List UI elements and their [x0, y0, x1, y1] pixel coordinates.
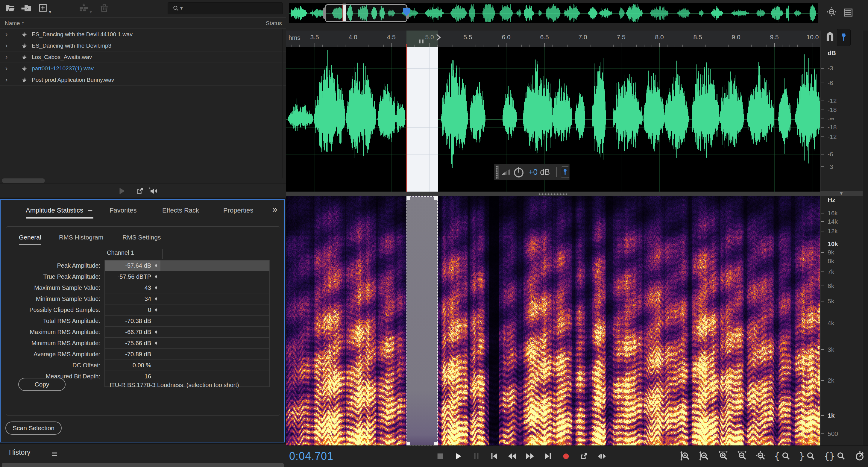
- stat-value-cell[interactable]: -34: [104, 293, 270, 305]
- scale-splitter[interactable]: ▼: [820, 191, 863, 196]
- column-name[interactable]: Name ↑: [5, 20, 24, 27]
- tab-properties[interactable]: Properties: [223, 207, 253, 214]
- volume-knob-icon[interactable]: [513, 166, 525, 178]
- vertical-zoom-scrollbar[interactable]: [863, 31, 868, 445]
- scan-selection-button[interactable]: Scan Selection: [5, 422, 62, 435]
- play-icon[interactable]: [117, 187, 126, 195]
- subtab-rms-settings[interactable]: RMS Settings: [122, 234, 161, 241]
- stat-value-cell[interactable]: 43: [104, 282, 270, 293]
- expander-chevron-icon[interactable]: ›: [5, 31, 12, 38]
- expander-chevron-icon[interactable]: ›: [5, 53, 12, 61]
- new-item-icon[interactable]: ▾: [38, 3, 52, 13]
- stat-value-cell[interactable]: -57.64 dB: [104, 260, 270, 271]
- subtab-rms-histogram[interactable]: RMS Histogram: [59, 234, 103, 241]
- tab-amplitude-statistics[interactable]: Amplitude Statistics: [26, 207, 93, 214]
- pin-drop-icon[interactable]: [154, 341, 159, 346]
- files-horizontal-scrollbar[interactable]: [2, 179, 45, 183]
- zoom-out-horizontal-icon[interactable]: [737, 450, 747, 461]
- spectrogram-selection[interactable]: [406, 196, 438, 445]
- expander-chevron-icon[interactable]: ›: [5, 65, 12, 72]
- chevron-down-icon: ▾: [90, 10, 92, 13]
- subtab-general[interactable]: General: [19, 234, 41, 241]
- record-icon[interactable]: [561, 452, 570, 461]
- volume-hud[interactable]: +0 dB: [494, 164, 569, 180]
- files-list-header[interactable]: Name ↑ Status: [0, 18, 286, 29]
- pin-drop-icon[interactable]: [154, 307, 159, 313]
- hamburger-menu-icon[interactable]: [51, 450, 58, 459]
- tab-overflow-chevrons[interactable]: »: [272, 204, 277, 214]
- tab-effects-rack[interactable]: Effects Rack: [162, 207, 199, 214]
- zoom-selection-icon[interactable]: {}: [824, 450, 846, 461]
- copy-button[interactable]: Copy: [18, 378, 66, 391]
- loop-playback-icon[interactable]: [580, 452, 588, 461]
- hud-drag-handle-icon[interactable]: [496, 165, 499, 179]
- overview-strip[interactable]: [289, 3, 818, 23]
- file-row[interactable]: ›ES_Dancing with the Devil 44100 1.wav: [0, 29, 286, 40]
- waveform-selection[interactable]: [406, 47, 438, 192]
- pause-icon[interactable]: [472, 452, 481, 461]
- history-entry-partial[interactable]: [2, 463, 284, 467]
- file-row[interactable]: ›ES_Dancing with the Devil.mp3: [0, 40, 286, 52]
- fast-forward-icon[interactable]: [526, 452, 534, 461]
- selection-handle[interactable]: [406, 196, 410, 200]
- pin-drop-icon[interactable]: [154, 297, 159, 302]
- search-input[interactable]: ▾: [167, 2, 283, 14]
- column-status[interactable]: Status: [266, 20, 282, 27]
- ruler-tick-label: 9.5: [770, 34, 778, 41]
- skip-selection-icon[interactable]: [597, 452, 607, 461]
- open-folder-icon[interactable]: [5, 3, 16, 13]
- pin-drop-icon[interactable]: [154, 285, 159, 290]
- stat-value-cell[interactable]: 0.00 %: [104, 360, 270, 371]
- file-row[interactable]: ›Los_Cabos_Awaits.wav: [0, 52, 286, 63]
- files-vertical-scrollbar[interactable]: [282, 29, 283, 179]
- spectrogram-display[interactable]: [286, 196, 820, 445]
- selection-handle[interactable]: [434, 196, 438, 200]
- panel-splitter[interactable]: [286, 192, 820, 196]
- zoom-navigate-icon[interactable]: [826, 6, 837, 18]
- tab-favorites[interactable]: Favorites: [110, 207, 136, 214]
- stat-value-cell[interactable]: 16: [104, 371, 270, 382]
- selection-handle[interactable]: [434, 442, 438, 445]
- viewport-left-handle[interactable]: [323, 7, 326, 19]
- zoom-out-point-icon[interactable]: }: [799, 450, 816, 461]
- hamburger-menu-icon[interactable]: [87, 207, 93, 214]
- pin-drop-icon[interactable]: [154, 263, 159, 268]
- zoom-out-vertical-icon[interactable]: [699, 450, 710, 461]
- expander-chevron-icon[interactable]: ›: [5, 76, 12, 84]
- selection-handle[interactable]: [406, 442, 410, 445]
- file-row[interactable]: ›part001-1210237(1).wav: [0, 63, 286, 74]
- skip-to-end-icon[interactable]: [544, 452, 553, 461]
- pin-drop-icon[interactable]: [154, 330, 159, 335]
- expander-chevron-icon[interactable]: ›: [5, 42, 12, 50]
- skip-to-start-icon[interactable]: [490, 452, 499, 461]
- stat-value-cell[interactable]: -70.89 dB: [104, 349, 270, 360]
- rewind-icon[interactable]: [508, 452, 517, 461]
- auto-play-speaker-icon[interactable]: [149, 187, 158, 195]
- zoom-in-horizontal-icon[interactable]: [718, 450, 728, 461]
- stat-value-cell[interactable]: -57.56 dBTP: [104, 271, 270, 282]
- time-display[interactable]: 0:04.701: [289, 450, 334, 463]
- selection-end-chevron-icon[interactable]: [434, 33, 443, 43]
- zoom-reset-icon[interactable]: [755, 450, 766, 461]
- stat-value-cell[interactable]: -70.38 dB: [104, 315, 270, 326]
- stat-value-cell[interactable]: 0: [104, 305, 270, 315]
- import-file-icon[interactable]: [21, 3, 32, 13]
- hud-pin-icon[interactable]: [561, 166, 569, 178]
- zoom-in-vertical-icon[interactable]: [680, 450, 691, 461]
- file-row[interactable]: ›Post prod Application Bunny.wav: [0, 74, 286, 86]
- magnet-icon[interactable]: [824, 31, 836, 42]
- loop-playback-icon[interactable]: [135, 187, 144, 195]
- stop-icon[interactable]: [436, 452, 445, 461]
- hud-gain-value[interactable]: +0: [528, 168, 537, 177]
- stat-value-cell[interactable]: -66.70 dB: [104, 326, 270, 338]
- editor-list-icon[interactable]: [843, 7, 854, 18]
- timed-record-icon[interactable]: [854, 450, 865, 461]
- timeline-ruler[interactable]: hms 3.54.04.55.05.56.06.57.07.58.08.59.0…: [286, 31, 820, 47]
- hz-scale-title: Hz: [828, 196, 835, 204]
- stat-value-cell[interactable]: -75.66 dB: [104, 338, 270, 349]
- pin-drop-icon[interactable]: [154, 274, 159, 279]
- zoom-in-point-icon[interactable]: {: [774, 450, 791, 461]
- play-icon[interactable]: [454, 452, 463, 461]
- marker-pin-icon[interactable]: [837, 29, 850, 46]
- overview-viewport-box[interactable]: [325, 4, 407, 22]
